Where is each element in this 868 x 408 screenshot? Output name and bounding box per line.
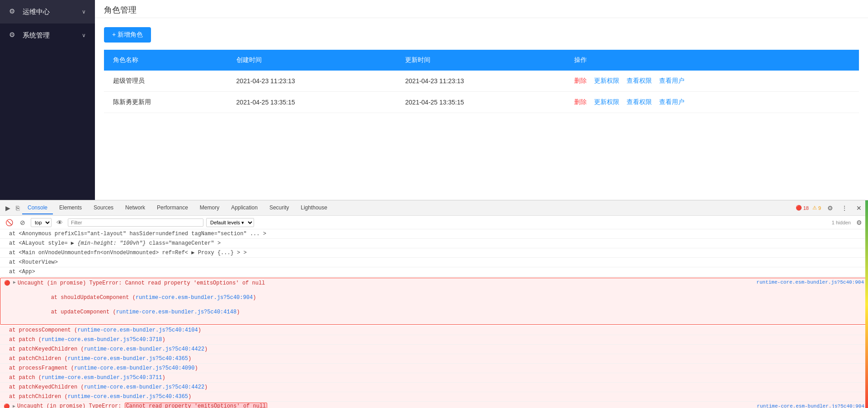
devtools-close-icon[interactable]: ✕ [854,203,864,213]
level-selector[interactable]: Default levels ▾ [206,218,254,227]
cell-updated: 2021-04-25 13:35:15 [396,92,565,113]
pause-on-exceptions-icon[interactable]: ⊘ [17,217,28,228]
console-output: at <Anonymous prefixCls="ant-layout" has… [0,229,868,408]
console-line-error: at processFragment (runtime-core.esm-bun… [0,364,868,373]
action-update-perms[interactable]: 更新权限 [594,77,619,84]
cell-created: 2021-04-25 13:35:15 [227,92,396,113]
tab-memory[interactable]: Memory [194,202,225,214]
console-settings-icon[interactable]: ⚙ [854,217,864,228]
page-header: 角色管理 [95,0,868,18]
chevron-down-icon-sys: ∨ [82,32,86,38]
action-update-perms[interactable]: 更新权限 [594,98,619,105]
console-line-error: at patch (runtime-core.esm-bundler.js?5c… [0,335,868,345]
col-updated: 更新时间 [396,50,565,71]
link-patch-2[interactable]: runtime-core.esm-bundler.js?5c40:3711 [42,375,162,381]
add-role-button[interactable]: + 新增角色 [104,27,151,43]
col-name: 角色名称 [104,50,227,71]
sidebar-item-ops-label: 运维中心 [23,8,50,16]
role-table: 角色名称 创建时间 更新时间 操作 超级管理员 2021-04-23 11:23… [104,50,859,113]
sidebar-item-sys[interactable]: ⚙ 系统管理 ∨ [0,24,95,47]
link-updateComponent-1[interactable]: runtime-core.esm-bundler.js?5c40:4148 [116,309,236,315]
console-line-error: at patchChildren (runtime-core.esm-bundl… [0,354,868,364]
action-delete[interactable]: 删除 [574,98,587,105]
link-shouldUpdate-1[interactable]: runtime-core.esm-bundler.js?5c40:904 [136,294,253,301]
device-toolbar-icon[interactable]: ⎘ [14,203,21,213]
error-badge: 🔴 18 [796,205,809,211]
action-view-perms[interactable]: 查看权限 [627,77,652,84]
console-line-error: at patchKeyedChildren (runtime-core.esm-… [0,345,868,354]
link-patchChildren-2[interactable]: runtime-core.esm-bundler.js?5c40:4365 [68,394,188,400]
console-line: at <Main onVnodeUnmounted=fn<onVnodeUnmo… [0,248,868,258]
cell-updated: 2021-04-23 11:23:13 [396,71,565,92]
tab-network[interactable]: Network [120,202,151,214]
warn-icon-small: ⚠ [812,205,817,211]
page-title: 角色管理 [104,5,137,14]
console-line-error: at processComponent (runtime-core.esm-bu… [0,326,868,335]
inspect-icon[interactable]: ▶ [4,203,12,213]
console-line: at <ALayout style= ▶ {min-height: "100vh… [0,239,868,248]
devtools-panel: ▶ ⎘ Console Elements Sources Network Per… [0,200,868,408]
table-header-row: 角色名称 创建时间 更新时间 操作 [104,50,859,71]
cell-name: 超级管理员 [104,71,227,92]
console-line-error: at patchChildren (runtime-core.esm-bundl… [0,392,868,402]
page-body: + 新增角色 角色名称 创建时间 更新时间 操作 超级管理员 2021-04-2… [95,18,868,200]
monitor-icon: ⚙ [9,7,18,16]
devtools-right-icons: 🔴 18 ⚠ 9 ⚙ ⋮ ✕ [796,203,864,213]
main-content: 角色管理 + 新增角色 角色名称 创建时间 更新时间 操作 超级管理员 2021… [95,0,868,200]
error-block-2: 🔴 ▶ Uncaught (in promise) TypeError: Can… [0,402,868,408]
tab-security[interactable]: Security [264,202,294,214]
cell-actions: 删除 更新权限 查看权限 查看用户 [565,71,859,92]
console-filter-input[interactable] [68,218,203,227]
console-toolbar: 🚫 ⊘ top 👁 Default levels ▾ 1 hidden ⚙ [0,216,868,229]
table-row: 超级管理员 2021-04-23 11:23:13 2021-04-23 11:… [104,71,859,92]
error-icon-1: 🔴 [4,280,10,286]
sidebar: ⚙ 运维中心 ∨ ⚙ 系统管理 ∨ [0,0,95,200]
sidebar-item-ops[interactable]: ⚙ 运维中心 ∨ [0,0,95,24]
error-icon-2: 🔴 [4,403,10,408]
col-created: 创建时间 [227,50,396,71]
console-line: at <RouterView> [0,258,868,267]
table-row: 陈新勇更新用 2021-04-25 13:35:15 2021-04-25 13… [104,92,859,113]
error-icon-small: 🔴 [796,205,802,211]
tab-sources[interactable]: Sources [88,202,119,214]
tab-console[interactable]: Console [22,202,53,214]
action-view-users[interactable]: 查看用户 [659,77,684,84]
settings-icon: ⚙ [9,31,18,40]
devtools-settings-icon[interactable]: ⚙ [825,203,835,213]
hidden-count: 1 hidden [832,220,851,225]
action-view-perms[interactable]: 查看权限 [627,98,652,105]
tab-application[interactable]: Application [226,202,263,214]
devtools-more-icon[interactable]: ⋮ [839,203,850,213]
warn-badge: ⚠ 9 [812,205,821,211]
col-actions: 操作 [565,50,859,71]
eye-icon[interactable]: 👁 [54,217,65,228]
chevron-down-icon: ∨ [82,9,86,15]
console-line-error: at patchKeyedChildren (runtime-core.esm-… [0,383,868,392]
tab-elements[interactable]: Elements [54,202,87,214]
link-processComponent-1[interactable]: runtime-core.esm-bundler.js?5c40:4104 [77,327,198,333]
action-view-users[interactable]: 查看用户 [659,98,684,105]
console-line: at <App> [0,267,868,277]
expand-arrow-1[interactable]: ▶ [13,280,16,285]
link-patchKeyed-1[interactable]: runtime-core.esm-bundler.js?5c40:4422 [84,346,204,352]
link-patchKeyed-2[interactable]: runtime-core.esm-bundler.js?5c40:4422 [84,384,204,390]
tab-performance[interactable]: Performance [151,202,193,214]
error-source-2[interactable]: runtime-core.esm-bundler.js?5c40:904 [752,403,864,408]
link-patchChildren-1[interactable]: runtime-core.esm-bundler.js?5c40:4365 [68,356,188,362]
expand-arrow-2[interactable]: ▶ [13,403,15,408]
sidebar-item-sys-label: 系统管理 [23,31,50,40]
link-processFragment-1[interactable]: runtime-core.esm-bundler.js?5c40:4090 [74,365,194,371]
clear-console-icon[interactable]: 🚫 [4,217,14,228]
error-source-1[interactable]: runtime-core.esm-bundler.js?5c40:904 [752,280,864,285]
console-line-error: at patch (runtime-core.esm-bundler.js?5c… [0,373,868,383]
context-selector[interactable]: top [31,218,52,227]
cell-created: 2021-04-23 11:23:13 [227,71,396,92]
cell-name: 陈新勇更新用 [104,92,227,113]
tab-lighthouse[interactable]: Lighthouse [295,202,333,214]
error-block-1: 🔴 ▶ Uncaught (in promise) TypeError: Can… [0,278,868,325]
cell-actions: 删除 更新权限 查看权限 查看用户 [565,92,859,113]
console-line: at <Anonymous prefixCls="ant-layout" has… [0,229,868,239]
link-patch-1[interactable]: runtime-core.esm-bundler.js?5c40:3718 [42,337,162,343]
devtools-tab-bar: ▶ ⎘ Console Elements Sources Network Per… [0,200,868,216]
action-delete[interactable]: 删除 [574,77,587,84]
